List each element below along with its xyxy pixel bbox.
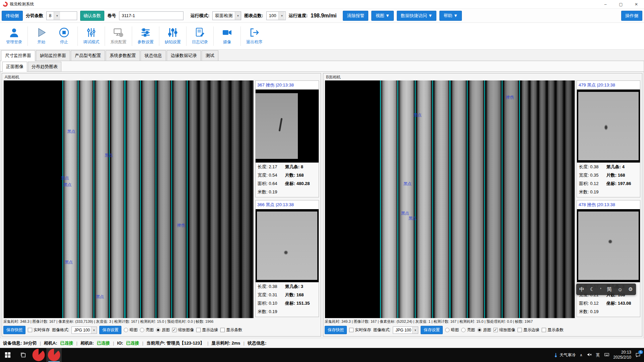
defect-card[interactable]: 479 黑点 |20:13:38 长度: 0.38第几条: 4 宽度: 0.35… <box>577 80 640 197</box>
bright-image-radio[interactable]: 亮图 <box>140 327 154 333</box>
slit-count-select[interactable]: 8 ▾ <box>46 11 77 20</box>
action-toolbar: 管理登录 开始 停止 调试模式 系统配置 参数设置 缺陷设置 <box>0 23 644 50</box>
zoom-image-checkbox[interactable]: 缩放图像 <box>493 327 515 333</box>
show-count-checkbox[interactable]: 显示条数 <box>220 327 242 333</box>
original-image-radio[interactable]: 原图 <box>156 327 170 333</box>
zoom-image-checkbox[interactable]: 缩放图像 <box>172 327 194 333</box>
checkbox-icon <box>220 328 225 332</box>
tray-expand-button[interactable]: ∧ <box>580 353 583 357</box>
show-edge-checkbox[interactable]: 显示边缘 <box>196 327 218 333</box>
defect-settings-button[interactable]: 缺陷设置 <box>162 24 183 48</box>
stat-strip-no: 第几条: 4 <box>606 164 638 170</box>
camera-b-label: 相机B: <box>80 340 94 346</box>
tab-size-monitor[interactable]: 尺寸监控界面 <box>1 50 35 61</box>
roll-number-input[interactable]: 3117-1 <box>119 11 183 20</box>
chart-points-select[interactable]: 100 ▾ <box>266 11 286 20</box>
subtab-front-image[interactable]: 正面图像 <box>2 62 27 72</box>
stat-length: 长度: 2.17 <box>258 164 285 170</box>
tab-product-config[interactable]: 产品型号配置 <box>71 50 105 61</box>
image-format-select[interactable]: JPG 100▾ <box>393 326 418 334</box>
tab-edge-data[interactable]: 边缘数据记录 <box>167 50 201 61</box>
tab-defect-monitor[interactable]: 缺陷监控界面 <box>36 50 70 61</box>
defect-marker: 黑点 <box>105 153 113 158</box>
bright-image-radio[interactable]: 亮图 <box>461 327 475 333</box>
view-menu-button[interactable]: 视图 ▼ <box>371 11 393 21</box>
chevron-down-icon[interactable]: ▾ <box>54 12 60 20</box>
ime-simplified-mode[interactable]: 简 <box>606 286 612 293</box>
dark-image-radio[interactable]: 暗图 <box>445 327 459 333</box>
device-info: 设备信息: 3#分切 <box>3 340 37 346</box>
quick-data-menu-button[interactable]: 数据快捷访问 ▼ <box>397 11 436 21</box>
start-button[interactable]: 开始 <box>31 24 52 48</box>
volume-muted-button[interactable] <box>587 352 592 358</box>
gear-icon[interactable]: ⚙ <box>628 286 633 292</box>
log-record-button[interactable]: 日志记录 <box>189 24 211 48</box>
run-mode-select[interactable]: 双面检测 ▾ <box>212 11 241 20</box>
defect-card[interactable]: 367 挫伤 |20:13:38 长度: 2.17第几条: 8 宽度: 0.54… <box>255 80 319 197</box>
show-count-label: 显示条数 <box>226 327 242 333</box>
maximize-button[interactable]: ▢ <box>613 0 629 8</box>
chevron-down-icon[interactable]: ▾ <box>412 327 418 334</box>
moon-icon[interactable]: ☾ <box>589 286 595 292</box>
defect-card[interactable]: 478 挫伤 |20:13:38 长度: 0.57第几条: 3 宽度: 0.21… <box>577 200 640 317</box>
checkbox-checked-icon <box>493 328 498 332</box>
camera-image-b[interactable]: 挫伤 黑点 黑点 黑点 黑点 <box>325 80 575 318</box>
realtime-save-checkbox[interactable]: 实时保存 <box>28 327 50 333</box>
clear-alarm-button[interactable]: 清除报警 <box>343 11 368 21</box>
drive-side-button[interactable]: 传动侧 <box>2 11 23 21</box>
debug-mode-button[interactable]: 调试模式 <box>80 24 102 48</box>
realtime-save-checkbox[interactable]: 实时保存 <box>349 327 371 333</box>
punctuation-mode-icon[interactable]: ’ <box>599 287 602 292</box>
emoji-icon[interactable]: ☺ <box>617 287 623 292</box>
notification-center-button[interactable]: 6 <box>635 352 641 358</box>
chevron-down-icon[interactable]: ▾ <box>278 12 285 20</box>
subtab-trend-chart[interactable]: 分布趋势图表 <box>28 62 61 71</box>
stop-icon <box>59 27 69 38</box>
show-count-checkbox[interactable]: 显示条数 <box>542 327 564 333</box>
confirm-count-button[interactable]: 确认条数 <box>80 11 104 21</box>
operator-side-button[interactable]: 操作侧 <box>621 11 642 21</box>
camera-image-a[interactable]: 黑点 黑点 黑点 黑点 挫伤 黑点 黑点 <box>4 80 254 318</box>
save-snapshot-button[interactable]: 保存快照 <box>325 326 347 334</box>
show-edge-checkbox[interactable]: 显示边缘 <box>518 327 539 333</box>
close-button[interactable]: ✕ <box>629 0 644 8</box>
defect-card[interactable]: 366 黑点 |20:13:38 长度: 0.38第几条: 3 宽度: 0.31… <box>255 200 319 317</box>
input-language-indicator[interactable]: 英 <box>596 352 600 358</box>
clock[interactable]: 20:13 2025/2/10 <box>613 350 631 360</box>
dark-image-radio[interactable]: 暗图 <box>124 327 138 333</box>
system-config-button[interactable]: 系统配置 <box>108 24 129 48</box>
tab-test[interactable]: 测试 <box>202 50 218 61</box>
chevron-down-icon[interactable]: ▾ <box>235 12 241 20</box>
exit-program-button[interactable]: 退出程序 <box>244 24 265 48</box>
original-image-radio[interactable]: 原图 <box>477 327 491 333</box>
save-settings-button[interactable]: 保存设置 <box>421 326 443 334</box>
stop-button[interactable]: 停止 <box>53 24 75 48</box>
admin-login-button[interactable]: 管理登录 <box>3 24 25 48</box>
stat-empty <box>285 189 317 195</box>
minimize-button[interactable]: – <box>598 0 613 8</box>
start-button[interactable] <box>0 348 15 362</box>
tab-system-params[interactable]: 系统参数配置 <box>106 50 140 61</box>
camera-icon <box>222 27 232 38</box>
defect-mark <box>278 118 282 131</box>
taskbar-app-active[interactable] <box>46 348 62 362</box>
run-speed-value: 198.9m/mi <box>311 13 336 19</box>
taskbar-app[interactable] <box>31 348 46 362</box>
ime-toolbar[interactable]: 中 ☾ ’ 简 ☺ ⚙ <box>576 284 636 295</box>
weather-widget[interactable]: 天气寒冷 <box>553 352 576 358</box>
stat-width: 宽度: 0.31 <box>258 292 285 298</box>
capture-button[interactable]: 摄像 <box>216 24 238 48</box>
save-settings-button[interactable]: 保存设置 <box>99 326 121 334</box>
save-snapshot-button[interactable]: 保存快照 <box>3 326 25 334</box>
weather-text: 天气寒冷 <box>560 352 576 358</box>
task-view-button[interactable] <box>15 348 31 362</box>
chevron-down-icon[interactable]: ▾ <box>91 327 97 334</box>
image-format-select[interactable]: JPG 100▾ <box>71 326 97 334</box>
defect-thumbnail <box>577 89 640 163</box>
param-settings-button[interactable]: 参数设置 <box>135 24 156 48</box>
stat-meters: 米数: 0.19 <box>579 189 606 195</box>
ime-chinese-mode[interactable]: 中 <box>579 286 585 293</box>
touch-keyboard-button[interactable] <box>604 352 609 358</box>
help-menu-button[interactable]: 帮助 ▼ <box>439 11 462 21</box>
tab-status-info[interactable]: 状态信息 <box>141 50 166 61</box>
